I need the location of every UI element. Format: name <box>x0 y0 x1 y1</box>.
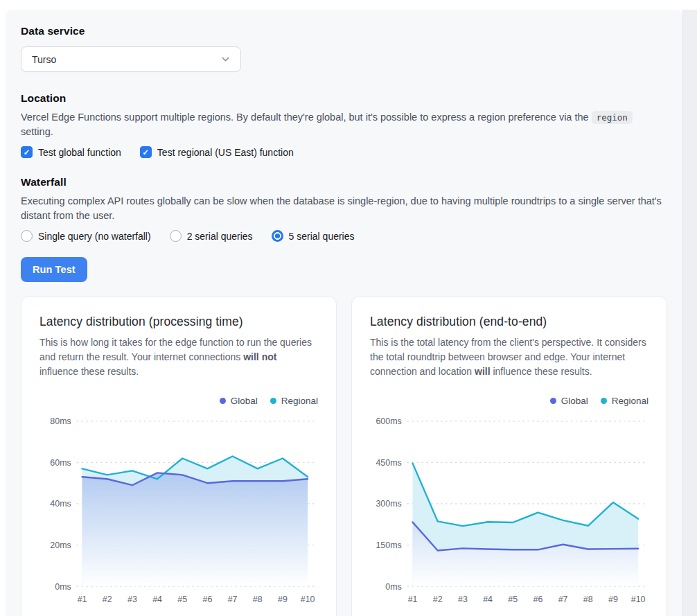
svg-text:#10: #10 <box>301 595 315 604</box>
legend-label: Global <box>231 396 258 406</box>
svg-text:#1: #1 <box>408 595 418 604</box>
svg-text:#6: #6 <box>203 595 213 604</box>
svg-text:0ms: 0ms <box>385 582 401 592</box>
chart-legend: Global Regional <box>370 396 649 406</box>
svg-text:#8: #8 <box>253 595 263 604</box>
svg-text:600ms: 600ms <box>376 416 401 426</box>
radio-2-serial-queries[interactable]: 2 serial queries <box>170 230 253 242</box>
latency-end-to-end-chart: 0ms150ms300ms450ms600ms#1#2#3#4#5#6#7#8#… <box>370 412 649 613</box>
radio-icon[interactable] <box>170 230 182 242</box>
svg-text:#6: #6 <box>533 595 543 604</box>
svg-text:0ms: 0ms <box>55 582 71 592</box>
svg-text:#2: #2 <box>433 595 443 604</box>
checkbox-test-global[interactable]: Test global function <box>21 146 121 158</box>
legend-item-global: Global <box>220 396 258 406</box>
global-legend-dot-icon <box>220 398 226 404</box>
svg-text:#4: #4 <box>483 595 493 604</box>
svg-text:20ms: 20ms <box>50 540 71 550</box>
svg-text:#10: #10 <box>631 595 646 604</box>
data-service-select[interactable]: Turso <box>21 46 241 72</box>
legend-label: Regional <box>281 396 318 406</box>
svg-text:#9: #9 <box>278 595 288 604</box>
svg-text:#2: #2 <box>103 595 112 604</box>
svg-text:150ms: 150ms <box>376 540 401 550</box>
location-desc-text-end: setting. <box>21 126 53 137</box>
svg-text:80ms: 80ms <box>50 416 71 426</box>
legend-item-global: Global <box>550 396 588 406</box>
charts-row: Latency distribution (processing time) T… <box>21 296 667 616</box>
legend-label: Regional <box>612 396 649 406</box>
checkbox-icon[interactable] <box>140 146 152 158</box>
region-code-badge: region <box>592 111 633 124</box>
svg-text:40ms: 40ms <box>50 500 71 509</box>
legend-label: Global <box>561 396 588 406</box>
card-title: Latency distribution (end-to-end) <box>370 315 649 329</box>
page-edge-gutter <box>682 10 697 616</box>
checkbox-label: Test regional (US East) function <box>157 147 294 158</box>
radio-5-serial-queries[interactable]: 5 serial queries <box>272 230 355 242</box>
main-content: Data service Turso Location Vercel Edge … <box>6 10 682 616</box>
svg-text:300ms: 300ms <box>376 500 401 509</box>
svg-text:#5: #5 <box>177 595 187 604</box>
radio-label: 5 serial queries <box>289 231 355 242</box>
svg-text:#5: #5 <box>508 595 518 604</box>
card-desc-text-end: influence these results. <box>491 366 592 377</box>
card-desc-text-end: influence these results. <box>39 366 139 377</box>
svg-text:#4: #4 <box>152 595 162 604</box>
latency-processing-chart: 0ms20ms40ms60ms80ms#1#2#3#4#5#6#7#8#9#10 <box>39 412 318 613</box>
radio-icon[interactable] <box>21 230 33 242</box>
svg-text:#7: #7 <box>558 595 568 604</box>
data-service-heading: Data service <box>21 25 667 37</box>
card-description: This is the total latency from the clien… <box>370 335 649 379</box>
card-processing-time: Latency distribution (processing time) T… <box>21 296 337 616</box>
waterfall-description: Executing complex API routes globally ca… <box>21 194 667 223</box>
svg-text:#9: #9 <box>608 595 618 604</box>
svg-text:#1: #1 <box>78 595 87 604</box>
location-checkbox-group: Test global function Test regional (US E… <box>21 146 667 158</box>
waterfall-heading: Waterfall <box>21 176 667 188</box>
card-description: This is how long it takes for the edge f… <box>39 335 318 379</box>
checkbox-label: Test global function <box>38 147 121 158</box>
svg-text:450ms: 450ms <box>376 458 401 468</box>
run-test-button[interactable]: Run Test <box>21 257 87 282</box>
svg-text:#3: #3 <box>458 595 468 604</box>
card-desc-bold: will not <box>243 351 276 362</box>
location-description: Vercel Edge Functions support multiple r… <box>21 110 667 139</box>
radio-label: Single query (no waterfall) <box>38 231 151 242</box>
svg-text:60ms: 60ms <box>50 458 71 468</box>
location-desc-text: Vercel Edge Functions support multiple r… <box>21 112 592 123</box>
card-desc-bold: will <box>475 366 491 377</box>
card-end-to-end: Latency distribution (end-to-end) This i… <box>351 296 667 616</box>
app-panel: Data service Turso Location Vercel Edge … <box>6 10 682 616</box>
svg-text:#3: #3 <box>127 595 137 604</box>
chart-legend: Global Regional <box>39 396 318 406</box>
regional-legend-dot-icon <box>270 398 276 404</box>
checkbox-test-regional[interactable]: Test regional (US East) function <box>140 146 294 158</box>
legend-item-regional: Regional <box>270 396 318 406</box>
global-legend-dot-icon <box>550 398 556 404</box>
legend-item-regional: Regional <box>601 396 649 406</box>
radio-label: 2 serial queries <box>187 231 253 242</box>
chevron-down-icon <box>220 53 231 65</box>
svg-text:#8: #8 <box>583 595 593 604</box>
svg-text:#7: #7 <box>228 595 238 604</box>
checkbox-icon[interactable] <box>21 146 33 158</box>
data-service-selected-value: Turso <box>32 54 56 65</box>
radio-icon[interactable] <box>272 230 283 242</box>
waterfall-radio-group: Single query (no waterfall) 2 serial que… <box>21 230 667 242</box>
card-title: Latency distribution (processing time) <box>39 315 318 329</box>
regional-legend-dot-icon <box>601 398 607 404</box>
radio-single-query[interactable]: Single query (no waterfall) <box>21 230 151 242</box>
location-heading: Location <box>21 92 667 105</box>
